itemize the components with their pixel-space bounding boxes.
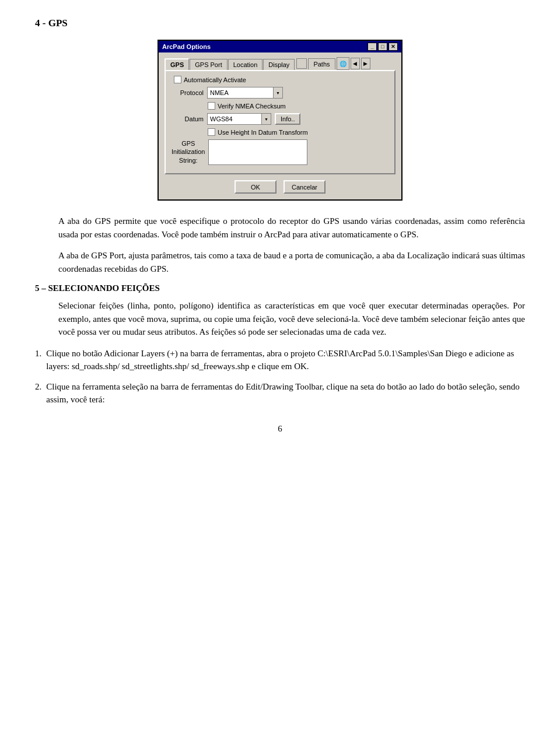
datum-value: WGS84 (208, 115, 261, 122)
tab-next-button[interactable]: ▶ (361, 58, 370, 69)
use-height-label: Use Height In Datum Transform (218, 129, 308, 136)
body-para2: A aba de GPS Port, ajusta parâmetros, ta… (58, 249, 525, 275)
dialog-title: ArcPad Options (162, 43, 211, 50)
tab-display[interactable]: Display (263, 59, 295, 70)
gps-init-row: GPS Initialization String: (172, 139, 388, 165)
tab-gps-port[interactable]: GPS Port (190, 59, 227, 70)
page-number: 6 (35, 424, 525, 434)
tab-paths[interactable]: Paths (308, 58, 335, 69)
dialog-box: ArcPad Options _ □ ✕ GPS GPS Port Locati… (158, 40, 402, 201)
tab-prev-button[interactable]: ◀ (351, 58, 360, 69)
tab-globe-icon: 🌐 (337, 57, 349, 70)
list-item-1-text: Clique no botão Adicionar Layers (+) na … (46, 347, 525, 373)
section5-intro: Selecionar feições (linha, ponto, polígo… (58, 299, 525, 339)
auto-activate-row: Automatically Activate (174, 76, 388, 83)
protocol-row: Protocol NMEA ▼ (172, 87, 388, 99)
use-height-row: Use Height In Datum Transform (208, 128, 388, 136)
protocol-dropdown[interactable]: NMEA ▼ (207, 87, 283, 99)
list-item-1: 1. Clique no botão Adicionar Layers (+) … (35, 347, 525, 373)
section5-heading: 5 – SELECIONANDO FEIÇÕES (35, 283, 525, 293)
tab-panel-gps: Automatically Activate Protocol NMEA ▼ V… (164, 70, 396, 174)
titlebar-buttons: _ □ ✕ (368, 43, 398, 51)
page-header: 4 - GPS (35, 17, 525, 29)
maximize-button[interactable]: □ (378, 43, 387, 51)
dialog-content: GPS GPS Port Location Display Paths 🌐 (159, 52, 401, 199)
cancel-button[interactable]: Cancelar (284, 180, 326, 194)
gps-init-label: GPS Initialization String: (172, 139, 205, 164)
list-item-2-number: 2. (35, 380, 41, 406)
verify-nmea-checkbox[interactable] (208, 102, 215, 110)
verify-nmea-label: Verify NMEA Checksum (218, 103, 286, 110)
list-item-1-number: 1. (35, 347, 41, 373)
dialog-container: ArcPad Options _ □ ✕ GPS GPS Port Locati… (35, 40, 525, 201)
datum-label: Datum (172, 115, 204, 122)
tab-bar: GPS GPS Port Location Display Paths 🌐 (164, 57, 396, 70)
list-item-2-text: Clique na ferramenta seleção na barra de… (46, 380, 525, 406)
close-button[interactable]: ✕ (388, 43, 398, 51)
tab-gps[interactable]: GPS (164, 58, 189, 70)
minimize-button[interactable]: _ (368, 43, 377, 51)
protocol-dropdown-arrow: ▼ (273, 87, 282, 98)
list-item-1-content: 1. Clique no botão Adicionar Layers (+) … (35, 347, 525, 373)
ok-button[interactable]: OK (235, 180, 276, 194)
datum-dropdown-arrow: ▼ (261, 114, 271, 124)
dialog-titlebar: ArcPad Options _ □ ✕ (159, 41, 401, 52)
protocol-value: NMEA (208, 89, 273, 96)
auto-activate-checkbox[interactable] (174, 76, 181, 83)
tab-location[interactable]: Location (228, 59, 263, 70)
auto-activate-label: Automatically Activate (184, 76, 246, 83)
verify-nmea-row: Verify NMEA Checksum (208, 102, 388, 110)
list-item-2-content: 2. Clique na ferramenta seleção na barra… (35, 380, 525, 406)
info-button[interactable]: Info.. (275, 113, 300, 125)
list-item-2: 2. Clique na ferramenta seleção na barra… (35, 380, 525, 406)
datum-dropdown[interactable]: WGS84 ▼ (207, 113, 271, 125)
body-para1: A aba do GPS permite que você especifiqu… (58, 215, 525, 241)
dialog-footer: OK Cancelar (164, 180, 396, 194)
use-height-checkbox[interactable] (208, 128, 215, 136)
gps-init-input[interactable] (208, 139, 307, 165)
datum-row: Datum WGS84 ▼ Info.. (172, 113, 388, 125)
protocol-label: Protocol (172, 89, 204, 96)
tab-icon-checkbox (296, 58, 307, 69)
